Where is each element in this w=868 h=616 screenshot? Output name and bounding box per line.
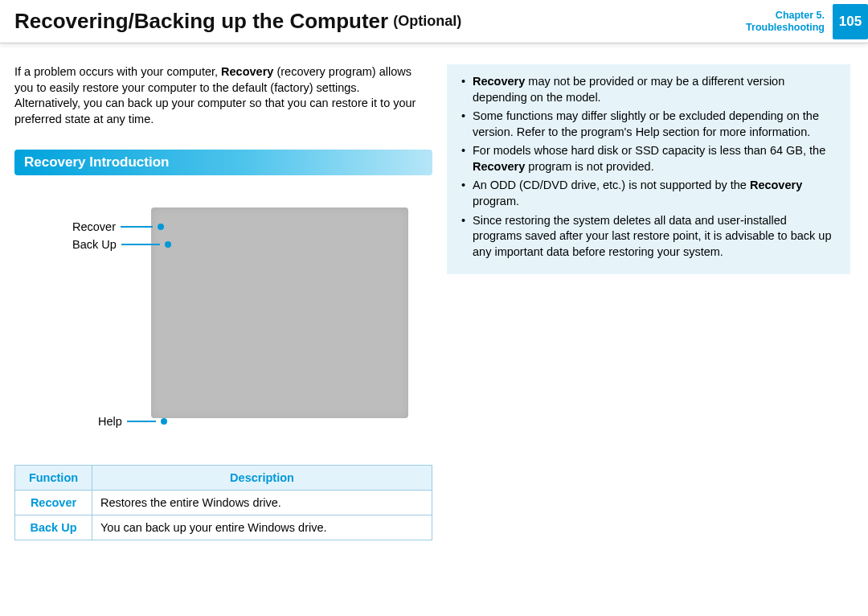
page-number-badge: 105 [833,4,868,39]
callout-dot-icon [165,241,171,248]
note-text: For models whose hard disk or SSD capaci… [473,144,825,157]
section-heading: Recovery Introduction [14,150,432,175]
note-bold: Recovery [473,75,525,88]
table-cell-description: You can back up your entire Windows driv… [92,515,432,540]
callout-recover: Recover [72,220,164,233]
screenshot-placeholder [151,207,408,418]
table-cell-function: Recover [15,491,92,515]
note-item: An ODD (CD/DVD drive, etc.) is not suppo… [461,178,837,209]
callout-backup-label: Back Up [72,238,117,251]
recovery-diagram: Recover Back Up Help [14,207,418,449]
intro-text-bold: Recovery [221,65,273,78]
callout-line [121,226,153,228]
note-text: program. [473,195,519,207]
intro-paragraph: If a problem occurs with your computer, … [14,64,418,127]
note-item: Some functions may differ slightly or be… [461,109,837,140]
table-row: Back Up You can back up your entire Wind… [15,515,432,540]
table-row: Recover Restores the entire Windows driv… [15,491,432,515]
note-item: Since restoring the system deletes all d… [461,213,837,261]
note-text: An ODD (CD/DVD drive, etc.) is not suppo… [473,179,750,191]
note-item: For models whose hard disk or SSD capaci… [461,143,837,175]
page-title: Recovering/Backing up the Computer [14,9,388,34]
note-box: Recovery may not be provided or may be a… [447,64,850,274]
callout-line [121,244,160,245]
table-head-function: Function [15,466,92,491]
chapter-line: Chapter 5. [746,10,825,22]
callout-help-label: Help [98,415,122,428]
note-item: Recovery may not be provided or may be a… [461,74,837,105]
left-column: If a problem occurs with your computer, … [14,64,418,540]
page-title-optional: (Optional) [393,13,461,30]
callout-help: Help [98,415,167,428]
callout-line [127,421,156,422]
callout-dot-icon [158,224,164,230]
header-right: Chapter 5. Troubleshooting 105 [746,6,868,36]
chapter-subtitle: Troubleshooting [746,22,825,34]
note-bold: Recovery [750,179,802,191]
right-column: Recovery may not be provided or may be a… [447,64,850,540]
callout-recover-label: Recover [72,220,116,233]
note-text: program is not provided. [525,160,653,173]
callout-backup: Back Up [72,238,171,251]
chapter-block: Chapter 5. Troubleshooting [746,10,829,34]
callout-dot-icon [161,418,167,425]
page-header: Recovering/Backing up the Computer (Opti… [0,0,868,43]
intro-text-a: If a problem occurs with your computer, [14,65,221,78]
note-bold: Recovery [473,160,525,173]
table-cell-description: Restores the entire Windows drive. [92,491,432,515]
function-table: Function Description Recover Restores th… [14,465,432,540]
table-head-description: Description [92,466,432,491]
table-cell-function: Back Up [15,515,92,540]
